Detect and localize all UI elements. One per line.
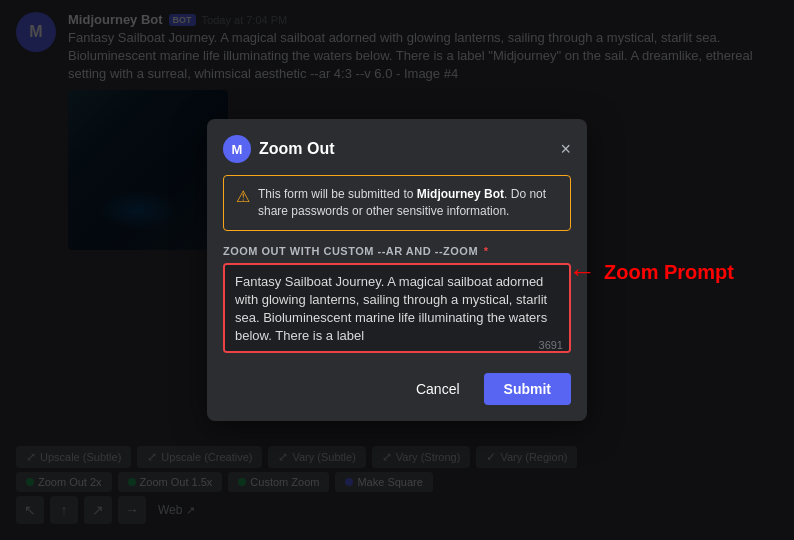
textarea-wrap: Fantasy Sailboat Journey. A magical sail… — [223, 263, 571, 357]
required-marker: * — [484, 245, 489, 257]
annotation-wrap: ← Zoom Prompt — [568, 258, 734, 286]
warning-box: ⚠ This form will be submitted to Midjour… — [223, 175, 571, 231]
annotation-label: Zoom Prompt — [604, 261, 734, 284]
modal-avatar: M — [223, 135, 251, 163]
warning-icon: ⚠ — [236, 187, 250, 206]
modal-close-button[interactable]: × — [560, 140, 571, 158]
modal-footer: Cancel Submit — [223, 373, 571, 405]
field-label: ZOOM OUT WITH CUSTOM --AR AND --ZOOM * — [223, 245, 571, 257]
warning-text: This form will be submitted to Midjourne… — [258, 186, 558, 220]
modal-header: M Zoom Out × — [223, 135, 571, 163]
submit-button[interactable]: Submit — [484, 373, 571, 405]
char-count: 3691 — [539, 339, 563, 351]
prompt-textarea[interactable]: Fantasy Sailboat Journey. A magical sail… — [223, 263, 571, 353]
annotation-arrow-icon: ← — [568, 258, 596, 286]
modal-title-wrap: M Zoom Out — [223, 135, 335, 163]
zoom-out-modal: M Zoom Out × ⚠ This form will be submitt… — [207, 119, 587, 421]
modal-title: Zoom Out — [259, 140, 335, 158]
cancel-button[interactable]: Cancel — [400, 373, 476, 405]
